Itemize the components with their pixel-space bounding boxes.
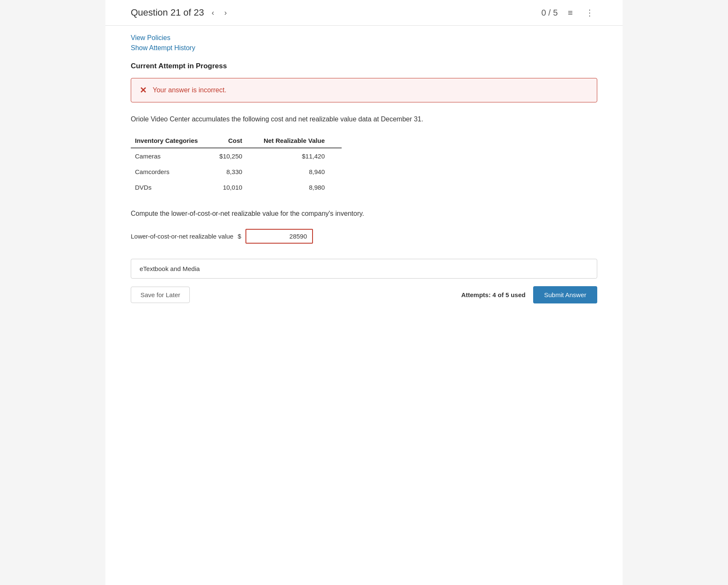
table-cell-nrv: 8,940 (259, 164, 342, 180)
table-row: DVDs10,0108,980 (131, 180, 342, 195)
link-row: View Policies Show Attempt History (131, 34, 597, 52)
more-options-button[interactable]: ⋮ (583, 6, 597, 19)
table-row: Camcorders8,3308,940 (131, 164, 342, 180)
score-display: 0 / 5 (541, 8, 558, 18)
top-bar-right: 0 / 5 ≡ ⋮ (541, 6, 597, 19)
table-cell-category: Cameras (131, 148, 215, 164)
table-header-nrv: Net Realizable Value (259, 134, 342, 148)
save-for-later-button[interactable]: Save for Later (131, 287, 190, 303)
list-icon-button[interactable]: ≡ (565, 6, 575, 19)
input-row: Lower-of-cost-or-net realizable value $ (131, 229, 597, 244)
submit-answer-button[interactable]: Submit Answer (533, 286, 597, 303)
section-heading: Current Attempt in Progress (131, 62, 597, 70)
attempts-text: Attempts: 4 of 5 used (461, 291, 526, 298)
bottom-bar: Save for Later Attempts: 4 of 5 used Sub… (131, 286, 597, 303)
input-label: Lower-of-cost-or-net realizable value (131, 233, 233, 240)
etextbook-bar[interactable]: eTextbook and Media (131, 259, 597, 279)
table-cell-nrv: 8,980 (259, 180, 342, 195)
error-banner: ✕ Your answer is incorrect. (131, 78, 597, 102)
top-bar: Question 21 of 23 ‹ › 0 / 5 ≡ ⋮ (105, 0, 623, 26)
show-attempt-history-link[interactable]: Show Attempt History (131, 44, 597, 52)
prev-arrow-button[interactable]: ‹ (209, 7, 217, 19)
table-header-cost: Cost (215, 134, 259, 148)
bottom-right: Attempts: 4 of 5 used Submit Answer (461, 286, 597, 303)
table-cell-cost: 8,330 (215, 164, 259, 180)
compute-text: Compute the lower-of-cost-or-net realiza… (131, 209, 597, 219)
inventory-table: Inventory Categories Cost Net Realizable… (131, 134, 342, 195)
content-area: View Policies Show Attempt History Curre… (105, 26, 623, 320)
table-header-category: Inventory Categories (131, 134, 215, 148)
next-arrow-button[interactable]: › (222, 7, 229, 19)
error-message: Your answer is incorrect. (153, 86, 226, 94)
table-cell-category: Camcorders (131, 164, 215, 180)
table-row: Cameras$10,250$11,420 (131, 148, 342, 164)
answer-input[interactable] (245, 229, 313, 244)
dollar-sign: $ (237, 233, 241, 240)
top-bar-left: Question 21 of 23 ‹ › (131, 7, 229, 19)
error-icon: ✕ (140, 85, 147, 95)
table-cell-category: DVDs (131, 180, 215, 195)
table-cell-cost: $10,250 (215, 148, 259, 164)
view-policies-link[interactable]: View Policies (131, 34, 597, 42)
table-cell-cost: 10,010 (215, 180, 259, 195)
etextbook-label: eTextbook and Media (140, 265, 200, 272)
table-cell-nrv: $11,420 (259, 148, 342, 164)
question-title: Question 21 of 23 (131, 7, 204, 18)
question-intro-text: Oriole Video Center accumulates the foll… (131, 114, 597, 124)
